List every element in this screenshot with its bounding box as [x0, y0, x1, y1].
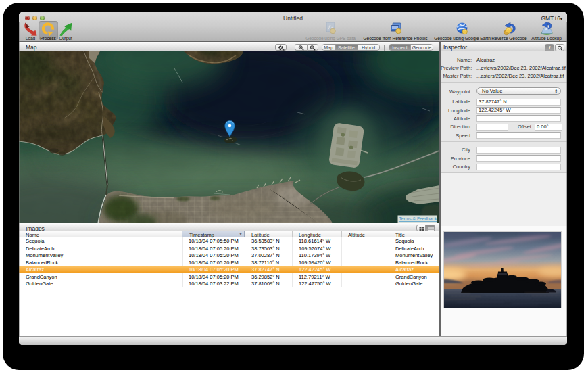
svg-text:Terms & Feedback: Terms & Feedback	[399, 216, 437, 221]
